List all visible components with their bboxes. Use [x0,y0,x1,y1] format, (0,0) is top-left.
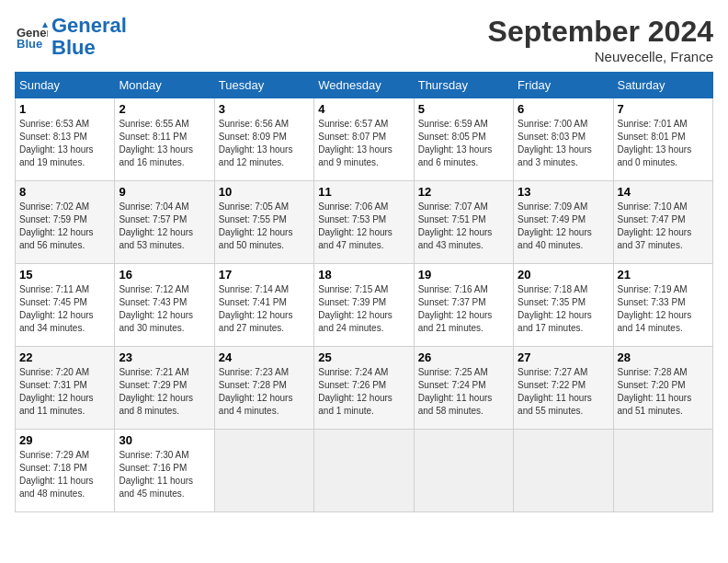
calendar-cell: 22Sunrise: 7:20 AMSunset: 7:31 PMDayligh… [16,347,115,430]
day-info: Sunrise: 7:01 AMSunset: 8:01 PMDaylight:… [618,118,709,169]
calendar-cell: 26Sunrise: 7:25 AMSunset: 7:24 PMDayligh… [414,347,513,430]
day-info: Sunrise: 6:53 AMSunset: 8:13 PMDaylight:… [19,118,110,169]
day-info: Sunrise: 6:56 AMSunset: 8:09 PMDaylight:… [219,118,310,169]
day-info: Sunrise: 6:55 AMSunset: 8:11 PMDaylight:… [119,118,210,169]
day-number: 8 [19,185,110,199]
calendar-cell: 11Sunrise: 7:06 AMSunset: 7:53 PMDayligh… [314,181,414,264]
day-number: 23 [119,350,210,364]
day-number: 19 [418,268,509,282]
calendar-cell: 29Sunrise: 7:29 AMSunset: 7:18 PMDayligh… [16,430,115,512]
day-number: 7 [618,102,709,116]
col-header-tuesday: Tuesday [214,73,313,98]
svg-text:Blue: Blue [17,37,42,51]
calendar-cell [414,430,513,512]
calendar-cell: 12Sunrise: 7:07 AMSunset: 7:51 PMDayligh… [414,181,513,264]
calendar-cell: 15Sunrise: 7:11 AMSunset: 7:45 PMDayligh… [16,264,115,347]
calendar-cell: 1Sunrise: 6:53 AMSunset: 8:13 PMDaylight… [16,98,115,181]
day-number: 1 [19,102,110,116]
calendar-table: SundayMondayTuesdayWednesdayThursdayFrid… [15,72,713,512]
day-info: Sunrise: 6:57 AMSunset: 8:07 PMDaylight:… [318,118,409,169]
day-number: 14 [618,185,709,199]
day-number: 15 [19,268,110,282]
col-header-monday: Monday [115,73,214,98]
calendar-cell [214,430,313,512]
day-number: 25 [318,350,409,364]
day-number: 6 [518,102,609,116]
day-info: Sunrise: 7:06 AMSunset: 7:53 PMDaylight:… [318,201,409,252]
day-info: Sunrise: 7:18 AMSunset: 7:35 PMDaylight:… [518,283,609,335]
svg-marker-2 [42,22,48,28]
day-info: Sunrise: 7:20 AMSunset: 7:31 PMDaylight:… [19,366,110,418]
day-info: Sunrise: 7:05 AMSunset: 7:55 PMDaylight:… [219,201,310,252]
day-number: 2 [119,102,210,116]
day-number: 16 [119,268,210,282]
day-info: Sunrise: 7:24 AMSunset: 7:26 PMDaylight:… [318,366,409,418]
calendar-cell: 25Sunrise: 7:24 AMSunset: 7:26 PMDayligh… [314,347,414,430]
day-info: Sunrise: 6:59 AMSunset: 8:05 PMDaylight:… [418,118,509,169]
day-number: 27 [518,350,609,364]
location: Neuvecelle, France [488,49,713,64]
day-info: Sunrise: 7:07 AMSunset: 7:51 PMDaylight:… [418,201,509,252]
day-number: 17 [219,268,310,282]
day-info: Sunrise: 7:27 AMSunset: 7:22 PMDaylight:… [518,366,609,418]
week-row-1: 1Sunrise: 6:53 AMSunset: 8:13 PMDaylight… [16,98,713,181]
day-info: Sunrise: 7:09 AMSunset: 7:49 PMDaylight:… [518,201,609,252]
day-number: 13 [518,185,609,199]
day-number: 30 [119,433,210,447]
day-number: 9 [119,185,210,199]
col-header-friday: Friday [514,73,613,98]
calendar-cell: 28Sunrise: 7:28 AMSunset: 7:20 PMDayligh… [613,347,712,430]
day-number: 29 [19,433,110,447]
calendar-cell: 14Sunrise: 7:10 AMSunset: 7:47 PMDayligh… [613,181,712,264]
calendar-cell: 19Sunrise: 7:16 AMSunset: 7:37 PMDayligh… [414,264,513,347]
calendar-cell: 5Sunrise: 6:59 AMSunset: 8:05 PMDaylight… [414,98,513,181]
col-header-wednesday: Wednesday [314,73,414,98]
day-number: 24 [219,350,310,364]
logo-name: GeneralBlue [51,15,127,59]
day-info: Sunrise: 7:29 AMSunset: 7:18 PMDaylight:… [19,449,110,500]
day-info: Sunrise: 7:25 AMSunset: 7:24 PMDaylight:… [418,366,509,418]
day-number: 28 [618,350,709,364]
calendar-cell: 30Sunrise: 7:30 AMSunset: 7:16 PMDayligh… [115,430,214,512]
logo: General Blue GeneralBlue [15,15,127,59]
calendar-cell: 23Sunrise: 7:21 AMSunset: 7:29 PMDayligh… [115,347,214,430]
day-info: Sunrise: 7:14 AMSunset: 7:41 PMDaylight:… [219,283,310,335]
calendar-cell: 21Sunrise: 7:19 AMSunset: 7:33 PMDayligh… [613,264,712,347]
day-number: 18 [318,268,409,282]
day-number: 26 [418,350,509,364]
col-header-sunday: Sunday [16,73,115,98]
calendar-cell: 9Sunrise: 7:04 AMSunset: 7:57 PMDaylight… [115,181,214,264]
calendar-cell: 2Sunrise: 6:55 AMSunset: 8:11 PMDaylight… [115,98,214,181]
day-info: Sunrise: 7:19 AMSunset: 7:33 PMDaylight:… [618,283,709,335]
week-row-4: 22Sunrise: 7:20 AMSunset: 7:31 PMDayligh… [16,347,713,430]
week-row-2: 8Sunrise: 7:02 AMSunset: 7:59 PMDaylight… [16,181,713,264]
week-row-3: 15Sunrise: 7:11 AMSunset: 7:45 PMDayligh… [16,264,713,347]
day-number: 4 [318,102,409,116]
header-row: SundayMondayTuesdayWednesdayThursdayFrid… [16,73,713,98]
calendar-cell: 16Sunrise: 7:12 AMSunset: 7:43 PMDayligh… [115,264,214,347]
logo-icon: General Blue [15,20,48,53]
calendar-cell: 8Sunrise: 7:02 AMSunset: 7:59 PMDaylight… [16,181,115,264]
week-row-5: 29Sunrise: 7:29 AMSunset: 7:18 PMDayligh… [16,430,713,512]
month-title: September 2024 [488,15,713,49]
day-info: Sunrise: 7:12 AMSunset: 7:43 PMDaylight:… [119,283,210,335]
day-info: Sunrise: 7:16 AMSunset: 7:37 PMDaylight:… [418,283,509,335]
day-number: 22 [19,350,110,364]
day-number: 5 [418,102,509,116]
calendar-cell: 6Sunrise: 7:00 AMSunset: 8:03 PMDaylight… [514,98,613,181]
calendar-cell [613,430,712,512]
calendar-cell [314,430,414,512]
day-info: Sunrise: 7:15 AMSunset: 7:39 PMDaylight:… [318,283,409,335]
day-info: Sunrise: 7:21 AMSunset: 7:29 PMDaylight:… [119,366,210,418]
day-number: 21 [618,268,709,282]
calendar-cell: 7Sunrise: 7:01 AMSunset: 8:01 PMDaylight… [613,98,712,181]
calendar-cell [514,430,613,512]
page-header: General Blue GeneralBlue September 2024 … [15,15,713,64]
calendar-cell: 3Sunrise: 6:56 AMSunset: 8:09 PMDaylight… [214,98,313,181]
calendar-cell: 4Sunrise: 6:57 AMSunset: 8:07 PMDaylight… [314,98,414,181]
calendar-cell: 10Sunrise: 7:05 AMSunset: 7:55 PMDayligh… [214,181,313,264]
calendar-cell: 13Sunrise: 7:09 AMSunset: 7:49 PMDayligh… [514,181,613,264]
col-header-thursday: Thursday [414,73,513,98]
day-info: Sunrise: 7:28 AMSunset: 7:20 PMDaylight:… [618,366,709,418]
day-info: Sunrise: 7:30 AMSunset: 7:16 PMDaylight:… [119,449,210,500]
